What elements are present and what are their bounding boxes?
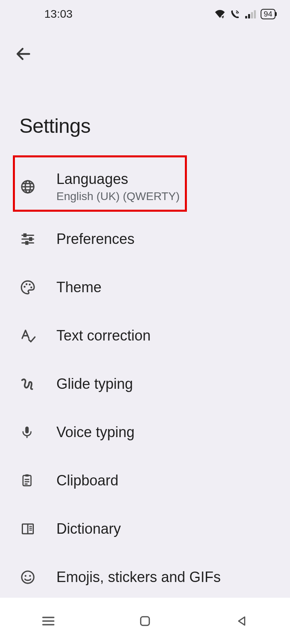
status-time: 13:03 <box>44 8 72 21</box>
svg-rect-11 <box>24 234 26 236</box>
svg-rect-4 <box>254 10 256 18</box>
svg-rect-15 <box>26 242 28 244</box>
globe-icon <box>20 179 56 194</box>
item-label: Clipboard <box>56 472 278 489</box>
item-theme[interactable]: Theme <box>0 263 290 312</box>
page-title: Settings <box>0 66 290 138</box>
settings-list: Languages English (UK) (QWERTY) Preferen… <box>0 138 290 601</box>
book-icon <box>20 522 56 536</box>
svg-point-33 <box>22 571 34 583</box>
svg-rect-21 <box>25 427 29 433</box>
svg-point-18 <box>29 284 31 286</box>
signal-icon <box>244 9 257 19</box>
status-right: 94 <box>214 9 276 19</box>
nav-recents-button[interactable] <box>32 605 64 637</box>
battery-indicator: 94 <box>261 9 276 19</box>
status-bar: 13:03 <box>0 0 290 28</box>
item-text-correction[interactable]: Text correction <box>0 312 290 360</box>
item-clipboard[interactable]: Clipboard <box>0 456 290 505</box>
svg-point-34 <box>25 575 26 577</box>
item-label: Glide typing <box>56 376 278 392</box>
svg-point-19 <box>30 287 32 289</box>
item-glide-typing[interactable]: Glide typing <box>0 360 290 408</box>
sliders-icon <box>20 231 56 247</box>
svg-rect-24 <box>25 474 29 477</box>
svg-rect-44 <box>141 617 149 625</box>
system-navbar <box>0 598 290 644</box>
item-label: Emojis, stickers and GIFs <box>56 569 278 586</box>
item-label: Preferences <box>56 231 278 248</box>
svg-rect-13 <box>30 238 32 240</box>
mic-icon <box>20 425 56 440</box>
item-label: Languages <box>56 171 278 188</box>
svg-point-35 <box>29 575 31 577</box>
back-button[interactable] <box>11 42 35 66</box>
nav-home-button[interactable] <box>129 605 161 637</box>
item-voice-typing[interactable]: Voice typing <box>0 408 290 456</box>
svg-rect-3 <box>251 12 253 19</box>
item-label: Text correction <box>56 327 278 344</box>
battery-level: 94 <box>264 10 272 18</box>
item-label: Voice typing <box>56 424 278 441</box>
svg-rect-2 <box>248 14 250 19</box>
clipboard-icon <box>20 473 56 489</box>
wifi-icon <box>214 9 226 19</box>
palette-icon <box>20 280 56 295</box>
phone-wifi-icon <box>230 9 240 19</box>
svg-rect-1 <box>245 16 247 19</box>
svg-point-17 <box>25 283 27 285</box>
item-dictionary[interactable]: Dictionary <box>0 505 290 553</box>
item-emojis[interactable]: Emojis, stickers and GIFs <box>0 553 290 601</box>
item-languages[interactable]: Languages English (UK) (QWERTY) <box>0 159 290 215</box>
text-check-icon <box>20 328 56 344</box>
svg-point-16 <box>24 286 26 288</box>
item-label: Dictionary <box>56 520 278 537</box>
gesture-icon <box>20 376 56 392</box>
item-preferences[interactable]: Preferences <box>0 215 290 263</box>
item-label: Theme <box>56 279 278 296</box>
nav-back-button[interactable] <box>226 605 258 637</box>
item-sublabel: English (UK) (QWERTY) <box>56 190 278 203</box>
smiley-icon <box>20 570 56 585</box>
